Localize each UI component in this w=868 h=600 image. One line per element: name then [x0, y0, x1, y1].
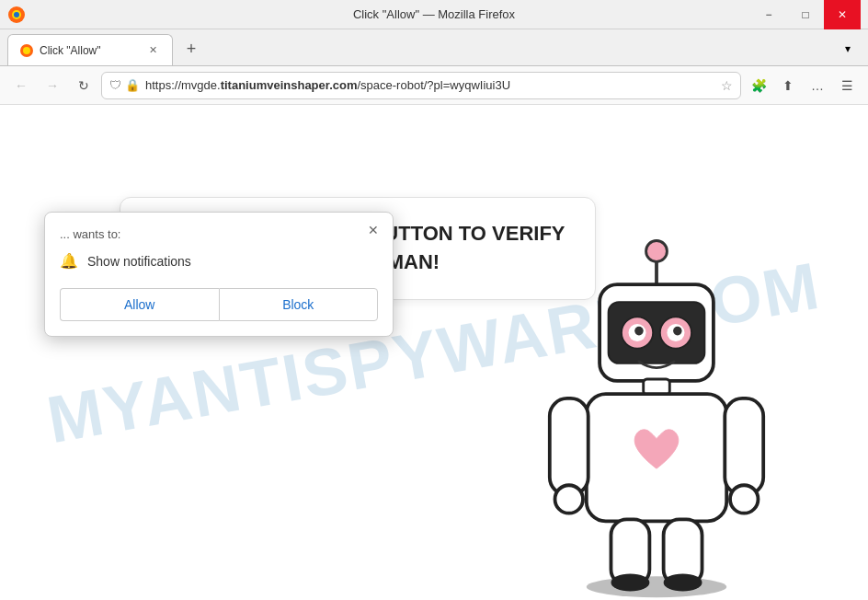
- svg-point-5: [587, 576, 726, 597]
- tab-bar: Click "Allow" ✕ + ▾: [0, 29, 868, 66]
- forward-button[interactable]: →: [39, 72, 66, 99]
- allow-button[interactable]: Allow: [60, 288, 219, 321]
- title-bar: Click "Allow" — Mozilla Firefox − □ ✕: [0, 0, 868, 29]
- notification-popup: ✕ ... wants to: 🔔 Show notifications All…: [44, 212, 394, 337]
- svg-point-15: [673, 327, 682, 336]
- tab-bar-end: ▾: [835, 36, 861, 62]
- extensions-button[interactable]: 🧩: [745, 72, 772, 99]
- window-title: Click "Allow" — Mozilla Firefox: [353, 7, 515, 21]
- robot-illustration: [500, 232, 813, 600]
- title-bar-left: [7, 6, 26, 24]
- popup-close-button[interactable]: ✕: [363, 220, 383, 240]
- maximize-button[interactable]: □: [787, 0, 824, 29]
- tab-favicon: [19, 43, 34, 58]
- more-button[interactable]: …: [804, 72, 831, 99]
- shield-icon: 🛡: [109, 78, 121, 92]
- svg-rect-20: [725, 398, 763, 495]
- popup-buttons: Allow Block: [60, 288, 378, 321]
- url-text: https://mvgde.titaniumveinshaper.com/spa…: [145, 78, 510, 92]
- svg-point-19: [555, 485, 583, 513]
- svg-point-21: [730, 485, 758, 513]
- popup-wants-text: ... wants to:: [60, 227, 378, 241]
- title-bar-controls: − □ ✕: [750, 0, 861, 29]
- back-button[interactable]: ←: [7, 72, 35, 99]
- notification-label: Show notifications: [87, 254, 191, 269]
- svg-point-7: [646, 241, 668, 262]
- svg-point-14: [634, 327, 644, 336]
- reload-button[interactable]: ↻: [70, 72, 97, 99]
- block-button[interactable]: Block: [219, 288, 379, 321]
- robot-svg: [500, 232, 813, 600]
- bookmark-star-icon[interactable]: ☆: [721, 78, 733, 93]
- content-area: MYANTISPYWARE.COM PRESS THE "ALLOW" BUTT…: [0, 105, 868, 600]
- new-tab-button[interactable]: +: [177, 34, 206, 63]
- svg-point-23: [611, 573, 649, 591]
- tab-list-button[interactable]: ▾: [835, 36, 861, 62]
- active-tab[interactable]: Click "Allow" ✕: [7, 34, 173, 65]
- svg-point-25: [664, 573, 702, 591]
- tab-label: Click "Allow": [40, 44, 139, 57]
- share-button[interactable]: ⬆: [774, 72, 802, 99]
- url-security-icons: 🛡 🔒: [109, 78, 140, 92]
- close-button[interactable]: ✕: [824, 0, 861, 29]
- url-bar[interactable]: 🛡 🔒 https://mvgde.titaniumveinshaper.com…: [101, 72, 741, 99]
- navigation-bar: ← → ↻ 🛡 🔒 https://mvgde.titaniumveinshap…: [0, 66, 868, 105]
- menu-button[interactable]: ☰: [833, 72, 861, 99]
- nav-right-icons: 🧩 ⬆ … ☰: [745, 72, 861, 99]
- svg-point-2: [14, 12, 19, 17]
- bell-icon: 🔔: [60, 252, 78, 270]
- popup-notification-row: 🔔 Show notifications: [60, 252, 378, 270]
- tab-close-button[interactable]: ✕: [144, 42, 161, 59]
- svg-rect-18: [550, 398, 588, 495]
- svg-point-4: [23, 47, 30, 54]
- minimize-button[interactable]: −: [750, 0, 787, 29]
- firefox-logo: [7, 6, 26, 24]
- lock-icon: 🔒: [125, 78, 140, 92]
